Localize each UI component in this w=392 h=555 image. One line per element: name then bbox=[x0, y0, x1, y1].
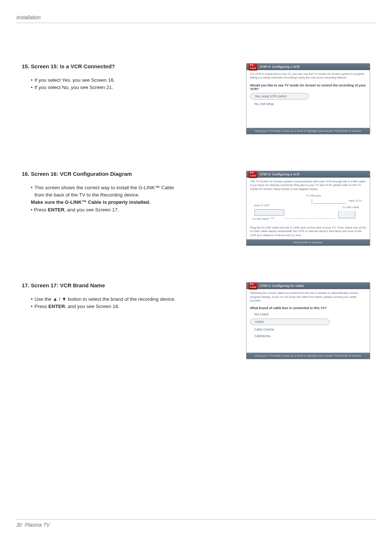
panel-foot: Using your TV remote, move up or down to… bbox=[246, 128, 370, 134]
label-glink-jack: G-LINK jack bbox=[306, 194, 321, 197]
panel-foot: Press Enter to continue. bbox=[246, 239, 370, 246]
section-17-lines: Use the ▲ / ▼ button to select the brand… bbox=[22, 296, 181, 311]
section-15-image-col: TVGUIDE STEP 5: Configuring a VCR If a V… bbox=[181, 63, 370, 134]
glink-diagram: front of VCR G-LINK wand ⟶ G-LINK jack ○… bbox=[250, 191, 366, 224]
panel-body: The TV Guide On Screen system communicat… bbox=[246, 178, 370, 239]
panel-desc: Selecting the correct cable box brand fr… bbox=[250, 291, 366, 303]
option-no[interactable]: No, end setup bbox=[250, 101, 366, 107]
page-number: 30 bbox=[16, 522, 22, 528]
tv-guide-logo-icon: TVGUIDE bbox=[249, 63, 257, 70]
panel-foot: Using your TV remote, move up or down to… bbox=[246, 353, 370, 359]
page-body: 15. Screen 15: Is a VCR Connected? If yo… bbox=[16, 23, 376, 359]
line-item: • Press ENTER, and you see Screen 17. bbox=[31, 206, 181, 214]
panel-desc: If a VCR is connected to this TV, you ca… bbox=[250, 72, 366, 80]
bullet-item: If you select No, you see Screen 21. bbox=[31, 84, 181, 91]
panel-titlebar: TVGUIDE STEP 5: Configuring a VCR bbox=[246, 171, 370, 178]
panel-title: STEP 5: Configuring a VCR bbox=[260, 65, 299, 69]
option-cabletenna[interactable]: Cabletenna bbox=[250, 333, 366, 339]
manual-page: Installation 15. Screen 15: Is a VCR Con… bbox=[0, 0, 392, 555]
bullet-item: If you select Yes, you see Screen 16. bbox=[31, 77, 181, 84]
section-16-extra: Make sure the G-LINK™ Cable is properly … bbox=[22, 199, 181, 214]
section-16-heading: 16. Screen 16: VCR Configuration Diagram bbox=[22, 171, 181, 177]
panel-spacer bbox=[250, 340, 366, 351]
section-15: 15. Screen 15: Is a VCR Connected? If yo… bbox=[22, 63, 370, 134]
option-yes[interactable]: Yes, setup VCR control bbox=[250, 93, 309, 100]
label-glink-wand: G-LINK wand bbox=[252, 217, 269, 220]
panel-question: Would you like to use TV Guide On Screen… bbox=[250, 84, 366, 91]
label-front-vcr: front of VCR bbox=[254, 204, 269, 207]
label-back-tv: back of TV bbox=[349, 199, 362, 202]
vcr-box bbox=[254, 209, 284, 216]
cable-brand-panel: TVGUIDE STEP 2: Configuring for Cable Se… bbox=[246, 282, 370, 359]
header-section-title: Installation bbox=[16, 15, 376, 23]
panel-body: If a VCR is connected to this TV, you ca… bbox=[246, 70, 370, 128]
section-17: 17. Screen 17: VCR Brand Name Use the ▲ … bbox=[22, 282, 370, 359]
panel-spacer bbox=[250, 108, 366, 126]
panel-title: STEP 5: Configuring a VCR bbox=[260, 173, 299, 176]
page-footer: 30 Plasma TV bbox=[16, 519, 376, 528]
label-glink-cable: G-LINK cable bbox=[343, 206, 359, 209]
arrow-icon: ⟶ bbox=[270, 216, 274, 220]
jack-icon: ○ bbox=[311, 201, 313, 204]
option-cable-cinema[interactable]: Cable Cinema bbox=[250, 327, 366, 332]
section-16-image-col: TVGUIDE STEP 5: Configuring a VCR The TV… bbox=[181, 171, 370, 246]
vcr-diagram-panel: TVGUIDE STEP 5: Configuring a VCR The TV… bbox=[246, 171, 370, 246]
section-16: 16. Screen 16: VCR Configuration Diagram… bbox=[22, 171, 370, 246]
tv-back-line bbox=[314, 203, 346, 204]
section-16-text: 16. Screen 16: VCR Configuration Diagram… bbox=[22, 171, 181, 214]
footer-text: 30 Plasma TV bbox=[16, 520, 376, 528]
option-archer[interactable]: Archer bbox=[250, 319, 330, 325]
panel-titlebar: TVGUIDE STEP 5: Configuring a VCR bbox=[246, 64, 370, 70]
panel-titlebar: TVGUIDE STEP 2: Configuring for Cable bbox=[246, 283, 370, 289]
section-15-text: 15. Screen 15: Is a VCR Connected? If yo… bbox=[22, 63, 181, 92]
product-name: Plasma TV bbox=[25, 522, 49, 528]
line-item: This screen shows the correct way to ins… bbox=[31, 184, 181, 199]
option-list: Not Listed Archer Cable Cinema Cabletenn… bbox=[250, 311, 366, 339]
panel-body: Selecting the correct cable box brand fr… bbox=[246, 289, 370, 353]
panel-desc: The TV Guide On Screen system communicat… bbox=[250, 180, 366, 191]
line-item: Use the ▲ / ▼ button to select the brand… bbox=[31, 296, 181, 303]
section-15-bullets: If you select Yes, you see Screen 16. If… bbox=[22, 77, 181, 92]
section-17-image-col: TVGUIDE STEP 2: Configuring for Cable Se… bbox=[181, 282, 370, 359]
section-16-lines: This screen shows the correct way to ins… bbox=[22, 184, 181, 199]
option-not-listed[interactable]: Not Listed bbox=[250, 311, 366, 317]
section-17-heading: 17. Screen 17: VCR Brand Name bbox=[22, 282, 181, 288]
vcr-connect-panel: TVGUIDE STEP 5: Configuring a VCR If a V… bbox=[246, 63, 370, 134]
panel-desc-2: Plug the G-LINK cable into the G-LINK ja… bbox=[250, 226, 366, 237]
cable-drop bbox=[338, 211, 355, 218]
line-item: Make sure the G-LINK™ Cable is properly … bbox=[31, 199, 181, 206]
page-header: Installation bbox=[16, 15, 376, 23]
tv-guide-logo-icon: TVGUIDE bbox=[249, 171, 257, 178]
panel-title: STEP 2: Configuring for Cable bbox=[260, 284, 304, 288]
ground-line bbox=[285, 218, 335, 219]
tv-guide-logo-icon: TVGUIDE bbox=[249, 282, 257, 289]
section-15-heading: 15. Screen 15: Is a VCR Connected? bbox=[22, 63, 181, 69]
option-list: Yes, setup VCR control No, end setup bbox=[250, 92, 366, 107]
panel-question: What brand of cable box is connected to … bbox=[250, 306, 366, 310]
section-17-text: 17. Screen 17: VCR Brand Name Use the ▲ … bbox=[22, 282, 181, 311]
line-item: Press ENTER, and you see Screen 18. bbox=[31, 303, 181, 310]
